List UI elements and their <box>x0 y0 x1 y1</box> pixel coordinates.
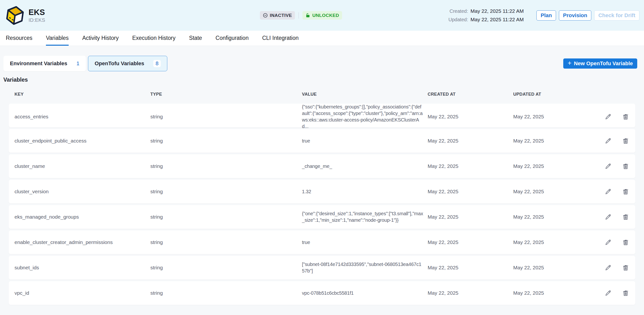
variable-type: string <box>150 114 302 120</box>
tab-environment-variables[interactable]: Environment Variables 1 <box>4 56 86 71</box>
delete-variable-button[interactable] <box>622 188 629 195</box>
page-title: EKS <box>28 8 45 17</box>
status-badges: INACTIVE UNLOCKED <box>260 11 342 19</box>
delete-variable-button[interactable] <box>622 290 629 297</box>
workspace-header: EKS ID:EKS INACTIVE UNLOCKED Created: Ma… <box>0 0 644 31</box>
tab-opentofu-variables[interactable]: OpenTofu Variables 8 <box>88 56 167 71</box>
trash-icon <box>622 188 629 195</box>
header-actions: Plan Provision Check for Drift <box>536 10 640 20</box>
variable-key: enable_cluster_creator_admin_permissions <box>14 239 150 245</box>
variable-value: ["subnet-08f14e7142d333595","subnet-0680… <box>302 261 428 274</box>
variable-type: string <box>150 265 302 271</box>
workspace-tabbar: Resources Variables Activity History Exe… <box>0 31 644 46</box>
delete-variable-button[interactable] <box>622 137 629 144</box>
variable-created-at: May 22, 2025 <box>428 239 513 245</box>
variable-key: vpc_id <box>14 290 150 296</box>
edit-variable-button[interactable] <box>605 214 612 220</box>
variable-value: vpc-078b51c6cbc5581f1 <box>302 290 428 297</box>
updated-label: Updated: <box>448 17 468 22</box>
delete-variable-button[interactable] <box>622 264 629 271</box>
pencil-icon <box>605 137 612 144</box>
variable-type: string <box>150 163 302 169</box>
updated-value: May 22, 2025 11:22 AM <box>470 17 524 22</box>
trash-icon <box>622 214 629 220</box>
row-actions <box>586 188 630 195</box>
variables-table: KEY TYPE VALUE CREATED AT UPDATED AT acc… <box>9 83 635 305</box>
row-actions <box>586 163 630 170</box>
row-actions <box>586 113 630 120</box>
variable-value: 1.32 <box>302 188 428 195</box>
unlock-icon <box>305 13 310 18</box>
variable-updated-at: May 22, 2025 <box>513 189 586 194</box>
table-row: vpc_id string vpc-078b51c6cbc5581f1 May … <box>9 281 635 305</box>
variable-key: cluster_endpoint_public_access <box>14 138 150 144</box>
edit-variable-button[interactable] <box>605 137 612 144</box>
pencil-icon <box>605 113 612 120</box>
pencil-icon <box>605 214 612 220</box>
provision-button[interactable]: Provision <box>559 10 591 20</box>
edit-variable-button[interactable] <box>605 264 612 271</box>
pencil-icon <box>605 290 612 297</box>
lock-badge: UNLOCKED <box>302 11 342 19</box>
edit-variable-button[interactable] <box>605 188 612 195</box>
column-header-type: TYPE <box>150 92 302 97</box>
variable-updated-at: May 22, 2025 <box>513 239 586 245</box>
edit-variable-button[interactable] <box>605 163 612 170</box>
table-row: cluster_version string 1.32 May 22, 2025… <box>9 180 635 203</box>
tab-resources[interactable]: Resources <box>6 31 32 46</box>
delete-variable-button[interactable] <box>622 239 629 246</box>
pencil-icon <box>605 163 612 170</box>
edit-variable-button[interactable] <box>605 290 612 297</box>
tab-cli-integration[interactable]: CLI Integration <box>262 31 298 46</box>
plus-icon: + <box>568 60 572 66</box>
variable-created-at: May 22, 2025 <box>428 114 513 120</box>
edit-variable-button[interactable] <box>605 113 612 120</box>
minus-circle-icon <box>263 13 268 18</box>
delete-variable-button[interactable] <box>622 113 629 120</box>
variable-updated-at: May 22, 2025 <box>513 163 586 169</box>
opentofu-variables-count: 8 <box>153 60 160 67</box>
variable-key: cluster_version <box>14 189 150 194</box>
variable-type: string <box>150 239 302 245</box>
row-actions <box>586 264 630 271</box>
table-row: access_entries string {"sso":{"kubernete… <box>9 104 635 127</box>
table-row: cluster_endpoint_public_access string tr… <box>9 129 635 153</box>
variable-value: _change_me_ <box>302 163 428 170</box>
variable-type: string <box>150 138 302 144</box>
variable-created-at: May 22, 2025 <box>428 290 513 296</box>
variable-key: eks_managed_node_groups <box>14 214 150 220</box>
tab-execution-history[interactable]: Execution History <box>132 31 176 46</box>
plan-button[interactable]: Plan <box>536 10 556 20</box>
row-actions <box>586 239 630 246</box>
pencil-icon <box>605 264 612 271</box>
column-header-key: KEY <box>14 92 150 97</box>
edit-variable-button[interactable] <box>605 239 612 246</box>
workspace-identity: EKS ID:EKS <box>6 6 260 25</box>
pencil-icon <box>605 239 612 246</box>
column-header-value: VALUE <box>302 92 428 97</box>
variable-type: string <box>150 290 302 296</box>
variable-type: string <box>150 189 302 194</box>
timestamps: Created: May 22, 2025 11:22 AM Updated: … <box>448 8 524 22</box>
row-actions <box>586 137 630 144</box>
delete-variable-button[interactable] <box>622 163 629 170</box>
variable-created-at: May 22, 2025 <box>428 265 513 271</box>
tab-configuration[interactable]: Configuration <box>216 31 249 46</box>
workspace-id: ID:EKS <box>28 17 45 23</box>
check-for-drift-button[interactable]: Check for Drift <box>594 10 640 20</box>
tab-state[interactable]: State <box>189 31 202 46</box>
tab-activity-history[interactable]: Activity History <box>82 31 119 46</box>
table-row: subnet_ids string ["subnet-08f14e7142d33… <box>9 256 635 280</box>
table-header-row: KEY TYPE VALUE CREATED AT UPDATED AT <box>9 83 635 104</box>
variable-value: true <box>302 239 428 246</box>
trash-icon <box>622 137 629 144</box>
delete-variable-button[interactable] <box>622 214 629 220</box>
variable-created-at: May 22, 2025 <box>428 163 513 169</box>
trash-icon <box>622 113 629 120</box>
new-opentofu-variable-button[interactable]: + New OpenTofu Variable <box>563 58 637 69</box>
variable-value: {"one":{"desired_size":1,"instance_types… <box>302 210 428 223</box>
variable-updated-at: May 22, 2025 <box>513 290 586 296</box>
tab-variables[interactable]: Variables <box>46 31 69 46</box>
eks-logo-icon <box>6 6 24 25</box>
variable-key: access_entries <box>14 114 150 120</box>
